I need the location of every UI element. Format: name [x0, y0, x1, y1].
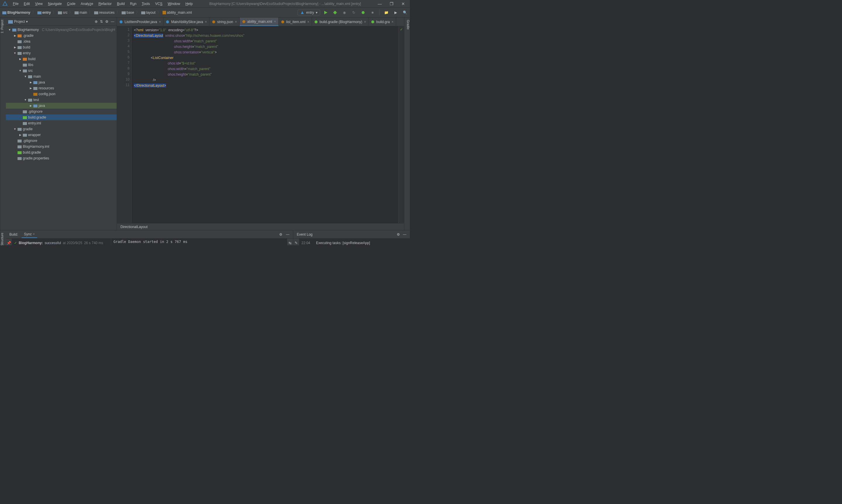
run-config-select[interactable]: entry ▾ — [298, 10, 320, 16]
close-icon[interactable]: × — [274, 20, 276, 24]
crumb[interactable]: src — [58, 11, 68, 15]
tree-node[interactable]: .gitignore — [6, 109, 117, 114]
editor-tab[interactable]: list_item.xml× — [279, 18, 312, 26]
tree-node[interactable]: ▼main — [6, 74, 117, 79]
preview-button[interactable]: ▶ — [393, 10, 398, 15]
svg-point-40 — [371, 20, 374, 23]
tree-node[interactable]: ▶resources — [6, 85, 117, 91]
menu-view[interactable]: View — [33, 1, 45, 6]
vcs-button[interactable]: 📁 — [383, 10, 389, 15]
tree-node[interactable]: BlogHarmony.iml — [6, 144, 117, 149]
edit-icon[interactable]: ✎ — [295, 241, 298, 245]
crumb[interactable]: base — [122, 11, 134, 15]
editor-breadcrumb[interactable]: DirectionalLayout — [117, 223, 404, 230]
menu-file[interactable]: File — [11, 1, 21, 6]
collapse-icon[interactable]: ⊕ — [95, 20, 98, 24]
tree-node[interactable]: ▶java — [6, 79, 117, 85]
crumb[interactable]: BlogHarmony — [2, 11, 30, 15]
close-icon[interactable]: × — [392, 20, 394, 24]
menu-window[interactable]: Window — [165, 1, 183, 6]
gear-icon[interactable]: ⚙ — [105, 20, 108, 24]
svg-point-35 — [166, 20, 169, 23]
gear-icon[interactable]: ⚙ — [279, 232, 282, 236]
tree-node[interactable]: .gitignore — [6, 138, 117, 144]
tree-node[interactable]: config.json — [6, 91, 117, 97]
menu-refactor[interactable]: Refactor — [96, 1, 114, 6]
svg-rect-24 — [33, 105, 37, 107]
build-tree[interactable]: ✓ BlogHarmony: successful at 2020/9/25 2… — [12, 238, 111, 245]
menu-build[interactable]: Build — [115, 1, 127, 6]
tree-node[interactable]: ▼entry — [6, 50, 117, 56]
menu-vcs[interactable]: VCS — [153, 1, 165, 6]
tree-node[interactable]: build.gradle — [6, 149, 117, 155]
close-icon[interactable]: × — [205, 20, 207, 24]
tree-node[interactable]: libs — [6, 62, 117, 68]
tree-node[interactable]: build.gradle — [6, 114, 117, 120]
search-button[interactable]: 🔍 — [402, 10, 408, 15]
editor-tab[interactable]: ability_main.xml× — [240, 18, 279, 26]
close-icon[interactable]: × — [235, 20, 237, 24]
hide-icon[interactable]: — — [403, 232, 406, 236]
svg-rect-33 — [18, 157, 22, 160]
crumb[interactable]: resources — [94, 11, 115, 15]
editor-tab[interactable]: build.gradle (BlogHarmony)× — [312, 18, 369, 26]
editor-tab[interactable]: build.gra× — [369, 18, 396, 26]
side-tab-project[interactable]: 1: Project — [0, 18, 6, 230]
menu-tools[interactable]: Tools — [139, 1, 152, 6]
project-tree[interactable]: ▼BlogHarmony C:\Users\bywang\DevEcoStudi… — [6, 26, 117, 230]
menu-navigate[interactable]: Navigate — [46, 1, 64, 6]
close-icon[interactable]: × — [159, 20, 161, 24]
minimize-button[interactable]: — — [375, 1, 384, 6]
tree-node[interactable]: ▶java — [6, 103, 117, 109]
settings-icon[interactable]: ⇅ — [100, 20, 103, 24]
close-icon[interactable]: × — [307, 20, 309, 24]
svg-rect-27 — [23, 122, 27, 125]
attach-debug-button[interactable] — [360, 10, 366, 15]
tree-node[interactable]: ▼gradle — [6, 126, 117, 132]
wrap-icon[interactable]: ⇆ — [289, 241, 291, 245]
tree-node[interactable]: ▼src — [6, 68, 117, 74]
tree-node[interactable]: entry.iml — [6, 120, 117, 126]
code-editor[interactable]: <?xml version="1.0" encoding="utf-8"?> <… — [132, 26, 398, 223]
close-button[interactable]: ✕ — [399, 1, 408, 6]
menu-help[interactable]: Help — [183, 1, 195, 6]
crumb[interactable]: layout — [141, 11, 156, 15]
tree-node[interactable]: ▶.gradle — [6, 33, 117, 38]
svg-point-38 — [281, 20, 284, 23]
tree-node[interactable]: ▼test — [6, 97, 117, 103]
editor-tab[interactable]: string.json× — [210, 18, 240, 26]
menu-edit[interactable]: Edit — [21, 1, 32, 6]
tree-node[interactable]: ▶wrapper — [6, 132, 117, 138]
side-tab-gradle[interactable]: Gradle — [404, 18, 410, 230]
tree-node[interactable]: ▶build — [6, 56, 117, 62]
menu-run[interactable]: Run — [128, 1, 139, 6]
stop-button[interactable]: ■ — [370, 10, 375, 15]
editor-tab[interactable]: ListItemProvider.java× — [117, 18, 164, 26]
tree-node[interactable]: .idea — [6, 38, 117, 44]
gear-icon[interactable]: ⚙ — [397, 232, 400, 236]
tree-node[interactable]: gradle.properties — [6, 155, 117, 161]
tree-node[interactable]: ▼BlogHarmony C:\Users\bywang\DevEcoStudi… — [6, 27, 117, 33]
hide-icon[interactable]: — — [286, 232, 289, 236]
crumb[interactable]: ability_main.xml — [162, 11, 192, 15]
maximize-button[interactable]: ❐ — [387, 1, 396, 6]
crumb[interactable]: main — [74, 11, 87, 15]
menu-analyze[interactable]: Analyze — [78, 1, 96, 6]
sync-tab[interactable]: Sync × — [22, 231, 37, 238]
build-output[interactable]: Gradle Daemon started in 2 s 767 ms > Co… — [111, 238, 287, 245]
svg-rect-31 — [18, 145, 22, 148]
pin-icon[interactable]: 📌 — [7, 241, 11, 245]
editor-tab[interactable]: MainAbilitySlice.java× — [164, 18, 209, 26]
profile-button[interactable]: ↻ — [351, 10, 356, 15]
tree-node[interactable]: ▶build — [6, 44, 117, 50]
debug-button[interactable] — [332, 10, 338, 15]
run-button[interactable] — [323, 10, 328, 15]
event-log-item[interactable]: 22:04Executing tasks: [signReleaseApp] — [302, 241, 408, 245]
project-view-select[interactable]: Project ▾ — [8, 20, 95, 24]
hide-icon[interactable]: — — [111, 20, 114, 24]
crumb[interactable]: entry — [37, 11, 51, 15]
menu-code[interactable]: Code — [65, 1, 78, 6]
side-tab-structure[interactable]: 2: Favorites7: Structure — [0, 230, 6, 245]
close-icon[interactable]: × — [364, 20, 366, 24]
coverage-button[interactable]: ◉ — [342, 10, 347, 15]
